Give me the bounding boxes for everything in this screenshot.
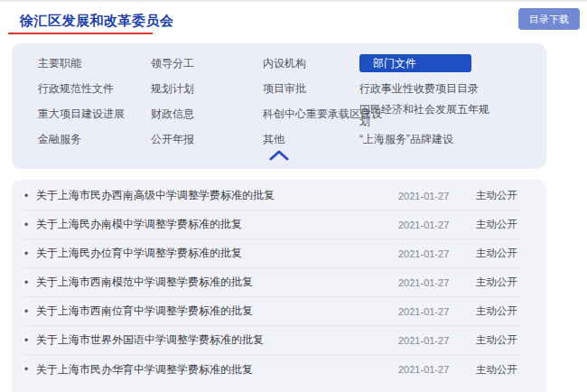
bullet-icon: • — [24, 247, 30, 260]
nav-item-five-year-plan[interactable]: 国民经济和社会发展五年规划 — [359, 101, 490, 126]
document-status: 主动公开 — [476, 333, 521, 347]
document-list-panel: • 关于上海市民办西南高级中学调整学费标准的批复 2021-01-27 主动公开… — [12, 180, 546, 392]
collapse-panel-button[interactable] — [266, 149, 293, 163]
bullet-icon: • — [24, 276, 30, 289]
document-title-link[interactable]: 关于上海民办位育中学调整学费标准的批复 — [36, 246, 398, 261]
nav-column-4: 部门文件 行政事业性收费项目目录 国民经济和社会发展五年规划 “上海服务”品牌建… — [359, 51, 508, 152]
nav-item-main-duties[interactable]: 主要职能 — [38, 51, 139, 76]
document-title-link[interactable]: 关于上海市西南位育中学调整学费标准的批复 — [36, 303, 398, 319]
bullet-icon: • — [24, 363, 30, 376]
table-row[interactable]: • 关于上海民办位育中学调整学费标准的批复 2021-01-27 主动公开 — [24, 239, 521, 268]
active-nav-label[interactable]: 部门文件 — [359, 54, 471, 72]
nav-item-major-projects[interactable]: 重大项目建设进展 — [38, 101, 139, 126]
document-title-link[interactable]: 关于上海市民办华育中学调整学费标准的批复 — [36, 362, 398, 378]
chevron-up-icon — [268, 150, 290, 161]
nav-item-leadership[interactable]: 领导分工 — [151, 51, 252, 76]
nav-column-2: 领导分工 规划计划 财政信息 公开年报 — [151, 51, 252, 152]
table-row[interactable]: • 关于上海民办南模中学调整学费标准的批复 2021-01-27 主动公开 — [24, 210, 521, 239]
table-row[interactable]: • 关于上海市世界外国语中学调整学费标准的批复 2021-01-27 主动公开 — [24, 326, 521, 355]
document-title-link[interactable]: 关于上海民办南模中学调整学费标准的批复 — [36, 217, 398, 232]
nav-item-annual-report[interactable]: 公开年报 — [151, 126, 252, 152]
header: 徐汇区发展和改革委员会 目录下载 — [0, 2, 587, 43]
document-status: 主动公开 — [476, 218, 521, 231]
bullet-icon: • — [24, 305, 30, 318]
page: 徐汇区发展和改革委员会 目录下载 主要职能 行政规范性文件 重大项目建设进展 金… — [0, 0, 587, 392]
document-date: 2021-01-27 — [398, 335, 454, 346]
table-row[interactable]: • 关于上海市民办华育中学调整学费标准的批复 2021-01-27 主动公开 — [24, 355, 521, 384]
document-date: 2021-01-27 — [398, 248, 454, 259]
nav-column-1: 主要职能 行政规范性文件 重大项目建设进展 金融服务 — [38, 51, 139, 152]
document-title-link[interactable]: 关于上海市西南模范中学调整学费标准的批复 — [36, 275, 398, 290]
bullet-icon: • — [24, 219, 30, 231]
table-row[interactable]: • 关于上海市西南位育中学调整学费标准的批复 2021-01-27 主动公开 — [24, 297, 521, 326]
document-date: 2021-01-27 — [398, 219, 454, 230]
table-row[interactable]: • 关于上海市民办西南高级中学调整学费标准的批复 2021-01-27 主动公开 — [24, 182, 521, 210]
document-title-link[interactable]: 关于上海市民办西南高级中学调整学费标准的批复 — [36, 188, 398, 203]
bullet-icon: • — [24, 190, 30, 202]
nav-item-regulatory-docs[interactable]: 行政规范性文件 — [38, 76, 139, 101]
nav-item-financial-services[interactable]: 金融服务 — [38, 126, 139, 152]
category-nav-panel: 主要职能 行政规范性文件 重大项目建设进展 金融服务 领导分工 规划计划 财政信… — [12, 43, 546, 169]
document-date: 2021-01-27 — [398, 364, 454, 375]
nav-item-admin-fee-catalog[interactable]: 行政事业性收费项目目录 — [359, 76, 508, 101]
document-status: 主动公开 — [476, 189, 521, 202]
directory-download-button[interactable]: 目录下载 — [518, 8, 580, 30]
document-status: 主动公开 — [476, 363, 521, 377]
document-status: 主动公开 — [476, 275, 521, 289]
document-date: 2021-01-27 — [398, 306, 454, 317]
document-date: 2021-01-27 — [398, 191, 454, 201]
document-status: 主动公开 — [476, 247, 521, 260]
document-status: 主动公开 — [476, 304, 521, 318]
bullet-icon: • — [24, 334, 30, 347]
nav-item-department-files-active[interactable]: 部门文件 — [359, 51, 508, 76]
page-title: 徐汇区发展和改革委员会 — [20, 13, 174, 30]
nav-item-shanghai-service-brand[interactable]: “上海服务”品牌建设 — [359, 126, 508, 152]
document-date: 2021-01-27 — [398, 277, 454, 288]
title-underline — [8, 33, 153, 34]
document-title-link[interactable]: 关于上海市世界外国语中学调整学费标准的批复 — [36, 332, 398, 348]
nav-item-planning[interactable]: 规划计划 — [151, 76, 252, 101]
nav-item-fiscal-info[interactable]: 财政信息 — [151, 101, 252, 126]
table-row[interactable]: • 关于上海市西南模范中学调整学费标准的批复 2021-01-27 主动公开 — [24, 268, 521, 297]
